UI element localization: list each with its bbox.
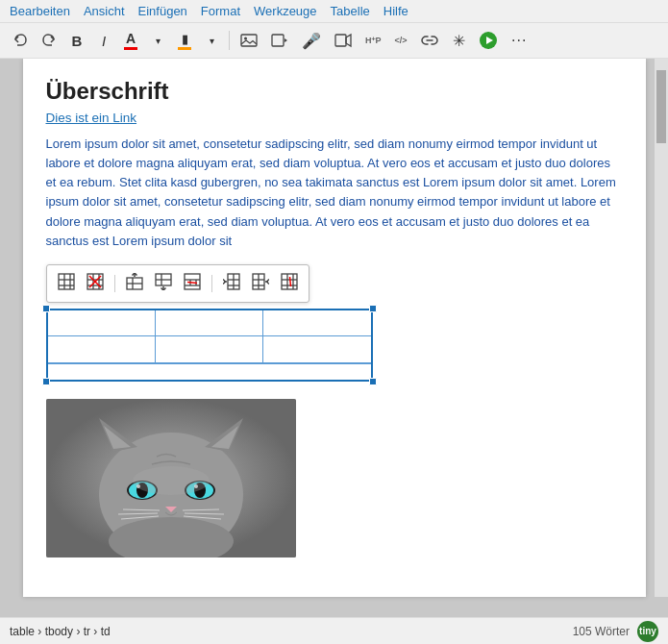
tbl-delete-button[interactable] bbox=[84, 271, 107, 296]
resize-handle-tl[interactable] bbox=[42, 305, 50, 312]
dropdown-highlight[interactable]: ▾ bbox=[200, 28, 223, 53]
resize-handle-tr[interactable] bbox=[369, 305, 377, 312]
menu-bar: Bearbeiten Ansicht Einfügen Format Werkz… bbox=[0, 0, 668, 23]
svg-line-45 bbox=[223, 282, 226, 285]
svg-line-58 bbox=[289, 277, 290, 286]
menu-bearbeiten[interactable]: Bearbeiten bbox=[10, 4, 70, 18]
resize-handle-br[interactable] bbox=[369, 378, 377, 385]
svg-rect-33 bbox=[185, 274, 200, 289]
cat-image[interactable] bbox=[46, 399, 296, 557]
menu-ansicht[interactable]: Ansicht bbox=[84, 4, 125, 18]
effects-button[interactable]: ✳ bbox=[447, 28, 470, 53]
word-count: 105 Wörter bbox=[573, 625, 630, 638]
table-cell[interactable] bbox=[47, 310, 156, 336]
table-cell[interactable] bbox=[155, 310, 263, 336]
svg-line-44 bbox=[223, 279, 226, 282]
table-cell[interactable] bbox=[155, 336, 263, 363]
highlight-button[interactable]: ▮ bbox=[173, 28, 196, 53]
undo-button[interactable] bbox=[8, 28, 33, 53]
media-button[interactable] bbox=[266, 28, 293, 53]
svg-line-51 bbox=[266, 279, 269, 282]
menu-hilfe[interactable]: Hilfe bbox=[383, 4, 408, 18]
preview-button[interactable] bbox=[474, 28, 503, 53]
tiny-logo: tiny bbox=[639, 626, 656, 636]
svg-marker-5 bbox=[346, 35, 351, 46]
tiny-badge[interactable]: tiny bbox=[637, 621, 658, 642]
table-toolbar bbox=[46, 264, 309, 303]
separator-1 bbox=[229, 31, 230, 50]
svg-line-38 bbox=[187, 282, 197, 283]
resize-handle-bl[interactable] bbox=[42, 378, 50, 385]
content-table[interactable] bbox=[46, 309, 373, 364]
redo-button[interactable] bbox=[37, 28, 62, 53]
dropdown-font-color[interactable]: ▾ bbox=[146, 28, 169, 53]
table-cell[interactable] bbox=[263, 336, 372, 363]
body-text: Lorem ipsum dolor sit amet, consetetur s… bbox=[46, 135, 623, 251]
svg-point-1 bbox=[244, 37, 247, 40]
scrollbar-track[interactable] bbox=[655, 59, 668, 597]
tbl-separator-1 bbox=[114, 275, 115, 292]
status-right: 105 Wörter tiny bbox=[573, 621, 658, 642]
video-button[interactable] bbox=[330, 28, 357, 53]
audio-button[interactable]: 🎤 bbox=[297, 28, 326, 53]
tbl-add-col-before-button[interactable] bbox=[220, 271, 243, 296]
link-text[interactable]: Dies ist ein Link bbox=[46, 111, 623, 125]
bold-button[interactable]: B bbox=[65, 28, 88, 53]
svg-marker-3 bbox=[285, 38, 287, 42]
svg-line-52 bbox=[266, 282, 269, 285]
scrollbar-thumb[interactable] bbox=[655, 68, 668, 145]
toolbar: B I A ▾ ▮ ▾ 🎤 bbox=[0, 23, 668, 59]
hp-button[interactable]: H⁺P bbox=[360, 28, 385, 53]
svg-point-80 bbox=[133, 466, 210, 495]
tbl-separator-2 bbox=[211, 275, 212, 292]
link-button[interactable] bbox=[416, 28, 443, 53]
editor-page[interactable]: Überschrift Dies ist ein Link Lorem ipsu… bbox=[23, 59, 646, 597]
table-cell[interactable] bbox=[263, 310, 372, 336]
cat-svg bbox=[46, 399, 296, 557]
svg-rect-9 bbox=[59, 274, 74, 289]
table-row bbox=[47, 336, 372, 363]
tbl-add-row-before-button[interactable] bbox=[123, 271, 146, 296]
table-row bbox=[47, 310, 372, 336]
selected-table-wrapper bbox=[46, 309, 373, 382]
editor-wrapper: Bearbeiten Ansicht Einfügen Format Werkz… bbox=[0, 0, 668, 644]
svg-rect-4 bbox=[335, 35, 346, 46]
insert-image-button[interactable] bbox=[235, 28, 262, 53]
menu-tabelle[interactable]: Tabelle bbox=[331, 4, 370, 18]
image-container bbox=[46, 399, 623, 557]
italic-button[interactable]: I bbox=[92, 28, 115, 53]
status-bar: table › tbody › tr › td 105 Wörter tiny bbox=[0, 617, 668, 644]
svg-rect-53 bbox=[282, 274, 297, 289]
table-cell[interactable] bbox=[47, 336, 156, 363]
menu-werkzeuge[interactable]: Werkzeuge bbox=[254, 4, 317, 18]
tbl-add-col-after-button[interactable] bbox=[249, 271, 272, 296]
html-button[interactable]: </> bbox=[389, 28, 412, 53]
svg-rect-2 bbox=[272, 35, 284, 46]
svg-rect-0 bbox=[241, 35, 257, 46]
font-color-button[interactable]: A bbox=[119, 28, 142, 53]
editor-container: Überschrift Dies ist ein Link Lorem ipsu… bbox=[0, 59, 668, 617]
tbl-add-row-after-button[interactable] bbox=[152, 271, 175, 296]
breadcrumb: table › tbody › tr › td bbox=[10, 625, 111, 638]
more-button[interactable]: ··· bbox=[507, 28, 532, 53]
menu-einfuegen[interactable]: Einfügen bbox=[138, 4, 187, 18]
menu-format[interactable]: Format bbox=[201, 4, 240, 18]
tbl-props-button[interactable] bbox=[55, 271, 78, 296]
tbl-del-row-button[interactable] bbox=[181, 271, 204, 296]
tbl-del-col-button[interactable] bbox=[278, 271, 301, 296]
heading: Überschrift bbox=[46, 78, 623, 105]
